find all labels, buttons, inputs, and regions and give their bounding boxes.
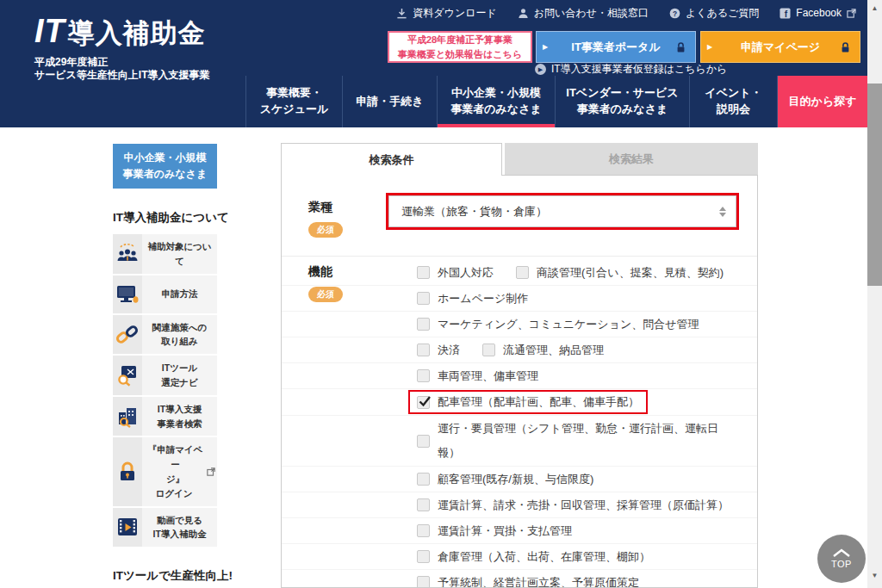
feature-row: ホームページ制作 — [282, 286, 757, 312]
sidebar-item-label: 動画で見るIT導入補助金 — [142, 508, 217, 548]
feature-checkbox-label: 倉庫管理（入荷、出荷、在庫管理、棚卸） — [438, 549, 650, 565]
sidebar-item[interactable]: IT導入支援事業者検索 — [113, 397, 217, 436]
feature-checkbox-label: 運賃計算・買掛・支払管理 — [438, 523, 572, 539]
feature-checkbox-label: 運賃計算、請求・売掛・回収管理、採算管理（原価計算） — [438, 498, 729, 513]
checkbox[interactable] — [417, 473, 430, 486]
select-spinner-icon — [719, 207, 726, 217]
search-by-purpose-button[interactable]: 目的から探す — [778, 76, 867, 127]
feature-checkbox-label: 顧客管理(既存/新規、与信限度) — [438, 472, 593, 487]
vendor-preregister-link[interactable]: ▶ IT導入支援事業者仮登録はこちらから — [535, 62, 727, 77]
checkbox[interactable] — [417, 576, 430, 588]
checkbox[interactable] — [482, 344, 495, 356]
people-icon — [115, 243, 140, 265]
banner-line1: 平成28年度補正予算事業 — [407, 33, 512, 47]
feature-checkbox-label: ホームページ制作 — [438, 291, 528, 306]
nav-tab[interactable]: イベント・説明会 — [689, 76, 778, 127]
sidebar-audience-box[interactable]: 中小企業・小規模事業者のみなさま — [113, 144, 217, 189]
topbar-link[interactable]: fFacebook — [780, 7, 856, 19]
checkbox[interactable] — [417, 318, 430, 331]
person-icon — [518, 8, 529, 19]
sidebar-item[interactable]: 関連施策への取り組み — [113, 315, 217, 355]
check-icon — [418, 394, 432, 412]
main-nav: 事業概要・スケジュール申請・手続き中小企業・小規模事業者のみなさまITベンダー・… — [0, 76, 882, 127]
feature-checkbox-item[interactable]: 顧客管理(既存/新規、与信限度) — [417, 472, 593, 487]
scrollbar[interactable]: ▲ ▼ — [867, 0, 882, 588]
sidebar-item[interactable]: 動画で見るIT導入補助金 — [113, 508, 217, 548]
feature-checkbox-rows: 外国人対応商談管理(引合い、提案、見積、契約)ホームページ制作マーケティング、コ… — [282, 260, 757, 588]
scroll-to-top-button[interactable]: TOP — [817, 535, 866, 583]
feature-row: 倉庫管理（入荷、出荷、在庫管理、棚卸） — [282, 544, 757, 570]
scrollbar-thumb[interactable] — [867, 84, 882, 286]
feature-checkbox-item[interactable]: 倉庫管理（入荷、出荷、在庫管理、棚卸） — [417, 549, 650, 565]
mypage-button-label: 申請マイページ — [741, 40, 820, 55]
topbar-link[interactable]: 資料ダウンロード — [396, 6, 496, 21]
industry-select[interactable]: 運輸業（旅客・貨物・倉庫） — [388, 195, 736, 227]
site-logo-title: IT導入補助金 — [34, 14, 210, 50]
feature-checkbox-item[interactable]: 商談管理(引合い、提案、見積、契約) — [516, 265, 724, 281]
tab-search-conditions[interactable]: 検索条件 — [281, 143, 502, 176]
feature-checkbox-item[interactable]: 運賃計算・買掛・支払管理 — [417, 523, 572, 539]
checkbox[interactable] — [417, 435, 430, 448]
topbar-link[interactable]: お問い合わせ・相談窓口 — [518, 6, 649, 21]
feature-checkbox-item[interactable]: 車両管理、傭車管理 — [417, 368, 538, 384]
checkbox[interactable] — [417, 524, 430, 537]
it-vendor-portal-button[interactable]: ▶ IT事業者ポータル — [536, 31, 696, 63]
feature-row: マーケティング、コミュニケーション、問合せ管理 — [282, 312, 757, 337]
video-icon — [115, 516, 140, 538]
sidebar-section-heading: IT導入補助金について — [113, 210, 217, 226]
site-header: 資料ダウンロードお問い合わせ・相談窓口?よくあるご質問fFacebook IT導… — [0, 0, 882, 127]
register-link-label: IT導入支援事業者仮登録はこちらから — [551, 62, 727, 77]
sidebar-item-icon-cell — [113, 508, 142, 548]
page: 資料ダウンロードお問い合わせ・相談窓口?よくあるご質問fFacebook IT導… — [0, 0, 882, 588]
feature-checkbox-item[interactable]: 決済 — [417, 343, 460, 358]
feature-row: 配車管理（配車計画、配車、傭車手配） — [282, 389, 757, 416]
checkbox[interactable] — [417, 369, 430, 382]
sidebar-item[interactable]: ITツール選定ナビ — [113, 356, 217, 395]
scrollbar-down-arrow[interactable]: ▼ — [867, 569, 882, 581]
nav-tab[interactable]: ITベンダー・サービス事業者のみなさま — [555, 76, 689, 127]
sidebar-item-icon-cell — [113, 397, 142, 436]
checkbox-checked[interactable] — [417, 396, 430, 409]
feature-checkbox-label: 予算統制、経営計画立案、予算原価策定 — [438, 575, 639, 588]
monitor-icon — [115, 283, 140, 306]
search-conditions-panel: 業種 必須 運輸業（旅客・貨物・倉庫） 機能 必須 外国人対応商談管理(引合い、… — [281, 175, 758, 588]
sidebar-item-icon-cell — [113, 234, 142, 274]
sidebar-item[interactable]: 補助対象について — [113, 234, 217, 274]
topbar-link-label: Facebook — [796, 7, 842, 19]
download-icon — [396, 8, 407, 19]
checkbox[interactable] — [417, 292, 430, 305]
nav-tab[interactable]: 申請・手続き — [342, 76, 437, 127]
checkbox[interactable] — [417, 550, 430, 563]
feature-row: 運賃計算、請求・売掛・回収管理、採算管理（原価計算） — [282, 492, 757, 518]
scrollbar-up-arrow[interactable]: ▲ — [867, 2, 882, 14]
lock-icon — [116, 461, 139, 483]
sidebar: 中小企業・小規模事業者のみなさま IT導入補助金について補助対象について申請方法… — [113, 144, 217, 588]
topbar-links: 資料ダウンロードお問い合わせ・相談窓口?よくあるご質問fFacebook — [396, 0, 856, 26]
tab-search-results[interactable]: 検索結果 — [505, 143, 758, 175]
application-mypage-button[interactable]: ▶ 申請マイページ — [700, 31, 860, 63]
features-label: 機能 — [308, 264, 332, 280]
site-logo[interactable]: IT導入補助金 平成29年度補正 サービス等生産性向上IT導入支援事業 — [34, 14, 210, 82]
checkbox[interactable] — [417, 344, 430, 356]
h28-report-banner[interactable]: 平成28年度補正予算事業 事業概要と効果報告はこちら — [388, 31, 532, 63]
checkbox[interactable] — [516, 266, 529, 279]
feature-checkbox-item[interactable]: 配車管理（配車計画、配車、傭車手配） — [408, 390, 648, 414]
feature-checkbox-item[interactable]: マーケティング、コミュニケーション、問合せ管理 — [417, 317, 699, 332]
sidebar-item-label: 補助対象について — [142, 234, 217, 274]
triangle-icon: ▶ — [543, 43, 548, 51]
sidebar-item-icon-cell — [113, 275, 142, 313]
nav-tab[interactable]: 中小企業・小規模事業者のみなさま — [437, 76, 555, 127]
checkbox[interactable] — [417, 266, 430, 279]
feature-checkbox-item[interactable]: ホームページ制作 — [417, 291, 528, 306]
feature-checkbox-item[interactable]: 運賃計算、請求・売掛・回収管理、採算管理（原価計算） — [417, 498, 729, 513]
feature-row: 運行・要員管理（シフト管理、勤怠・運行計画、運転日報） — [282, 416, 757, 467]
feature-checkbox-item[interactable]: 外国人対応 — [417, 265, 494, 281]
feature-checkbox-item[interactable]: 流通管理、納品管理 — [482, 343, 604, 358]
nav-tab[interactable]: 事業概要・スケジュール — [245, 76, 342, 127]
feature-checkbox-item[interactable]: 予算統制、経営計画立案、予算原価策定 — [417, 575, 639, 588]
checkbox[interactable] — [417, 498, 430, 511]
feature-checkbox-item[interactable]: 運行・要員管理（シフト管理、勤怠・運行計画、運転日報） — [417, 417, 725, 465]
sidebar-item[interactable]: 申請方法 — [113, 275, 217, 313]
sidebar-item[interactable]: 『申請マイページ』ログイン — [113, 437, 217, 505]
topbar-link[interactable]: ?よくあるご質問 — [669, 6, 759, 21]
